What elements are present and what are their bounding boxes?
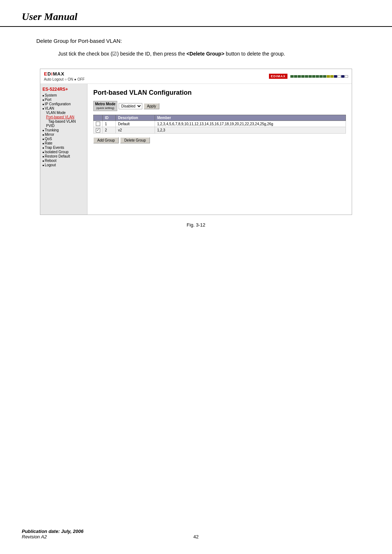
row1-checkbox-cell (94, 121, 103, 127)
table-header: ID Description Member (94, 115, 346, 121)
panel-title: Port-based VLAN Configuration (93, 89, 346, 97)
port-indicator (305, 75, 308, 78)
router-body: ES-5224RS+ System Port IP Configuration … (40, 84, 352, 215)
sidebar: ES-5224RS+ System Port IP Configuration … (40, 84, 87, 215)
sidebar-item-restore-default[interactable]: Restore Default (42, 154, 85, 158)
sidebar-item-trunking[interactable]: Trunking (42, 128, 85, 132)
header-left: EDiMAX Auto Logout ○ ON ● OFF (44, 71, 85, 81)
metro-mode-label: Metro Mode (quick setting) (93, 101, 117, 111)
col-checkbox (94, 115, 103, 121)
row2-member: 1,2,3 (155, 127, 346, 133)
page-footer: Publication date: July, 2006 Revision A2… (22, 529, 370, 539)
port-indicator (345, 75, 348, 78)
fig-caption: Fig. 3-12 (22, 222, 370, 228)
revision: Revision A2 (22, 534, 83, 539)
metro-mode-select[interactable]: Disabled (119, 103, 142, 109)
row2-checkbox-cell (94, 127, 103, 133)
port-indicator (290, 75, 294, 78)
port-indicator (338, 75, 341, 78)
sidebar-item-vlan-mode[interactable]: VLAN Mode (42, 111, 85, 115)
header-right: EDIMAX (269, 74, 348, 79)
router-ui-box: EDiMAX Auto Logout ○ ON ● OFF EDIMAX (40, 69, 352, 215)
section-title: Delete Group for Port-based VLAN: (36, 38, 370, 44)
apply-button[interactable]: Apply (144, 103, 159, 109)
sidebar-item-system[interactable]: System (42, 93, 85, 97)
port-indicator (301, 75, 305, 78)
header-logo-img: EDIMAX (269, 74, 287, 79)
col-member: Member (155, 115, 346, 121)
row2-checkbox[interactable] (96, 128, 100, 133)
page-header: User Manual (0, 0, 392, 27)
auto-logout-text: Auto Logout ○ ON ● OFF (44, 77, 85, 81)
main-content: Delete Group for Port-based VLAN: Just t… (0, 38, 392, 228)
sidebar-item-port[interactable]: Port (42, 98, 85, 102)
port-indicator (341, 75, 344, 78)
action-buttons: Add Group Delete Group (93, 137, 346, 143)
port-indicator (316, 75, 319, 78)
sidebar-item-isolated-group[interactable]: Isolated Group (42, 150, 85, 154)
main-panel: Port-based VLAN Configuration Metro Mode… (87, 84, 352, 215)
add-group-button[interactable]: Add Group (93, 137, 119, 143)
delete-group-button[interactable]: Delete Group (120, 137, 150, 143)
row1-checkbox[interactable] (96, 122, 100, 126)
description-text: Just tick the check box (☑) beside the I… (58, 50, 370, 58)
port-indicator (323, 75, 326, 78)
port-indicator (319, 75, 323, 78)
page-title: User Manual (22, 11, 370, 23)
vlan-table: ID Description Member 1 Default 1,2 (93, 115, 346, 134)
metro-mode-row: Metro Mode (quick setting) Disabled Appl… (93, 101, 346, 111)
table-body: 1 Default 1,2,3,4,5,6,7,8,9,10,11,12,13,… (94, 121, 346, 133)
table-header-row: ID Description Member (94, 115, 346, 121)
publication-date: Publication date: July, 2006 (22, 529, 83, 534)
sidebar-item-rate[interactable]: Rate (42, 141, 85, 145)
sidebar-item-pvid[interactable]: PVID (42, 124, 85, 128)
port-indicator (294, 75, 297, 78)
edimax-logo: EDiMAX (44, 71, 85, 77)
port-indicator (327, 75, 330, 78)
footer-left: Publication date: July, 2006 Revision A2 (22, 529, 83, 539)
sidebar-item-tag-vlan[interactable]: Tag-based VLAN (42, 119, 85, 123)
bold-text: <Delete Group> (187, 51, 224, 57)
sidebar-item-ip-config[interactable]: IP Configuration (42, 102, 85, 106)
sidebar-item-reboot[interactable]: Reboot (42, 159, 85, 163)
row2-id: 2 (103, 127, 116, 133)
router-header: EDiMAX Auto Logout ○ ON ● OFF EDIMAX (40, 69, 352, 84)
page-number: 42 (193, 534, 199, 539)
row2-description: v2 (116, 127, 155, 133)
port-indicator (330, 75, 334, 78)
col-description: Description (116, 115, 155, 121)
row1-id: 1 (103, 121, 116, 127)
port-grid (290, 75, 348, 78)
sidebar-item-mirror[interactable]: Mirror (42, 133, 85, 137)
sidebar-item-logout[interactable]: Logout (42, 163, 85, 167)
port-indicator (298, 75, 301, 78)
col-id: ID (103, 115, 116, 121)
sidebar-item-trap-events[interactable]: Trap Events (42, 146, 85, 150)
port-indicator (312, 75, 315, 78)
sidebar-item-qos[interactable]: QoS (42, 137, 85, 141)
sidebar-item-port-vlan[interactable]: Port-based VLAN (42, 115, 85, 119)
table-row: 1 Default 1,2,3,4,5,6,7,8,9,10,11,12,13,… (94, 121, 346, 127)
row1-member: 1,2,3,4,5,6,7,8,9,10,11,12,13,14,15,16,1… (155, 121, 346, 127)
port-indicator (309, 75, 312, 78)
port-indicator (334, 75, 337, 78)
device-name: ES-5224RS+ (42, 87, 85, 92)
row1-description: Default (116, 121, 155, 127)
table-row: 2 v2 1,2,3 (94, 127, 346, 133)
sidebar-item-vlan[interactable]: VLAN (42, 106, 85, 110)
